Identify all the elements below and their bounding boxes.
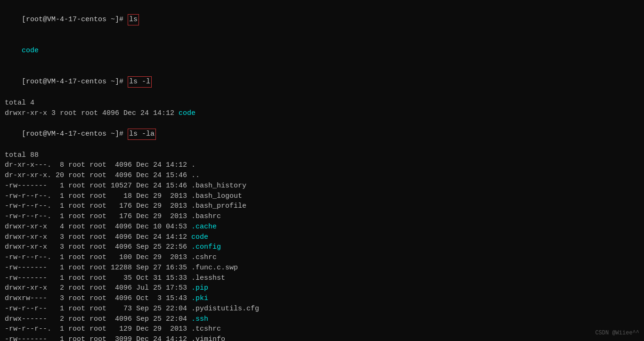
file-pydist: -rw-r--r-- 1 root root 73 Sep 25 22:04 .… xyxy=(5,304,639,314)
file-bash-history: -rw------- 1 root root 10527 Dec 24 15:4… xyxy=(5,181,639,191)
prompt-3: [root@VM-4-17-centos ~]# xyxy=(22,130,128,138)
file-cache: drwxr-xr-x 4 root root 4096 Dec 10 04:53… xyxy=(5,222,639,232)
file-func: -rw------- 1 root root 12288 Sep 27 16:3… xyxy=(5,263,639,273)
prompt-2: [root@VM-4-17-centos ~]# xyxy=(22,78,128,86)
output-total-4: total 4 xyxy=(5,98,639,108)
output-total-88: total 88 xyxy=(5,150,639,161)
file-bash-profile: -rw-r--r--. 1 root root 176 Dec 29 2013 … xyxy=(5,201,639,211)
cmd-ls-box: ls xyxy=(128,14,139,25)
file-config: drwxr-xr-x 3 root root 4096 Sep 25 22:56… xyxy=(5,242,639,252)
file-pip: drwxr-xr-x 2 root root 4096 Jul 25 17:53… xyxy=(5,283,639,293)
file-viminfo: -rw------- 1 root root 3099 Dec 24 14:12… xyxy=(5,334,639,341)
file-bash-logout: -rw-r--r--. 1 root root 18 Dec 29 2013 .… xyxy=(5,191,639,202)
file-tcshrc: -rw-r--r--. 1 root root 129 Dec 29 2013 … xyxy=(5,324,639,334)
cmd-ls-l-box: ls -l xyxy=(128,76,152,88)
output-code-1: code xyxy=(5,35,639,66)
file-dotdot: dr-xr-xr-x. 20 root root 4096 Dec 24 15:… xyxy=(5,170,639,181)
cmd-ls-la-box: ls -la xyxy=(128,129,156,140)
file-pki: drwxrw---- 3 root root 4096 Oct 3 15:43 … xyxy=(5,293,639,304)
file-code: drwxr-xr-x 3 root root 4096 Dec 24 14:12… xyxy=(5,232,639,243)
prompt-1: [root@VM-4-17-centos ~]# xyxy=(22,16,128,24)
file-cshrc: -rw-r--r--. 1 root root 100 Dec 29 2013 … xyxy=(5,252,639,263)
watermark: CSDN @Wiiee^^ xyxy=(595,330,639,336)
cmd-line-ls: [root@VM-4-17-centos ~]# ls xyxy=(5,4,639,35)
terminal-window: [root@VM-4-17-centos ~]# ls code [root@V… xyxy=(5,4,639,341)
file-lesshst: -rw------- 1 root root 35 Oct 31 15:33 .… xyxy=(5,273,639,284)
file-bashrc: -rw-r--r--. 1 root root 176 Dec 29 2013 … xyxy=(5,211,639,222)
file-dot: dr-xr-x---. 8 root root 4096 Dec 24 14:1… xyxy=(5,160,639,170)
file-ssh: drwx------ 2 root root 4096 Sep 25 22:04… xyxy=(5,314,639,325)
output-drwxr-code: drwxr-xr-x 3 root root 4096 Dec 24 14:12… xyxy=(5,108,639,119)
cmd-line-ls-la: [root@VM-4-17-centos ~]# ls -la xyxy=(5,118,639,150)
cmd-line-ls-l: [root@VM-4-17-centos ~]# ls -l xyxy=(5,66,639,98)
